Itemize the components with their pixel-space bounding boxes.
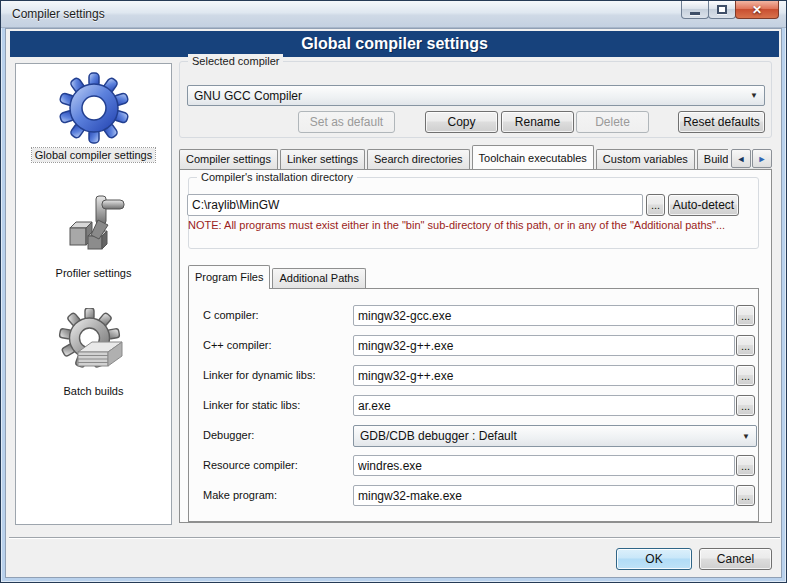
arrow-right-icon: ► <box>758 154 767 164</box>
tab-custom-variables[interactable]: Custom variables <box>596 149 695 169</box>
installation-note: NOTE: All programs must exist either in … <box>188 219 725 231</box>
selected-compiler-value: GNU GCC Compiler <box>194 89 746 103</box>
chevron-down-icon: ▼ <box>742 432 750 441</box>
debugger-dropdown[interactable]: GDB/CDB debugger : Default ▼ <box>353 425 757 447</box>
subtab-additional-paths[interactable]: Additional Paths <box>272 268 366 288</box>
sidebar-item-label: Batch builds <box>61 384 127 398</box>
installation-directory-legend: Compiler's installation directory <box>197 170 357 184</box>
close-button[interactable]: ✕ <box>735 1 779 19</box>
cpp-compiler-browse-button[interactable]: ... <box>736 335 755 356</box>
c-compiler-input[interactable] <box>353 305 735 326</box>
cpp-compiler-input[interactable] <box>353 335 735 356</box>
program-subtabstrip: Program Files Additional Paths <box>188 264 368 288</box>
dynamic-linker-browse-button[interactable]: ... <box>736 365 755 386</box>
sidebar-item-label: Global compiler settings <box>32 148 155 162</box>
gear-blue-icon <box>56 70 132 146</box>
footer-separator <box>9 537 780 539</box>
resource-compiler-label: Resource compiler: <box>203 459 298 471</box>
copy-button[interactable]: Copy <box>425 111 498 133</box>
debugger-value: GDB/CDB debugger : Default <box>360 429 738 443</box>
static-linker-label: Linker for static libs: <box>203 399 300 411</box>
cpp-compiler-label: C++ compiler: <box>203 339 271 351</box>
maximize-icon <box>717 5 727 14</box>
resource-compiler-row: Resource compiler: ... <box>189 455 758 477</box>
subtab-program-files[interactable]: Program Files <box>188 265 270 289</box>
debugger-row: Debugger: GDB/CDB debugger : Default ▼ <box>189 425 758 447</box>
debugger-label: Debugger: <box>203 429 254 441</box>
minimize-icon <box>690 12 700 15</box>
profiler-icon <box>56 188 132 264</box>
dynamic-linker-label: Linker for dynamic libs: <box>203 369 316 381</box>
tab-scroll-right-button[interactable]: ► <box>752 149 772 168</box>
window-title: Compiler settings <box>12 7 105 21</box>
sidebar-item-label: Profiler settings <box>53 266 135 280</box>
window-controls: ✕ <box>682 1 779 19</box>
static-linker-row: Linker for static libs: ... <box>189 395 758 417</box>
reset-defaults-button[interactable]: Reset defaults <box>678 111 765 133</box>
browse-directory-button[interactable]: ... <box>646 194 665 216</box>
ok-button[interactable]: OK <box>616 548 692 570</box>
dynamic-linker-input[interactable] <box>353 365 735 386</box>
set-as-default-button[interactable]: Set as default <box>298 111 395 133</box>
close-icon: ✕ <box>752 4 762 16</box>
minimize-button[interactable] <box>681 1 709 19</box>
installation-directory-input[interactable] <box>187 194 643 216</box>
auto-detect-button[interactable]: Auto-detect <box>668 194 739 216</box>
main-tabstrip: Compiler settings Linker settings Search… <box>179 144 772 169</box>
tab-linker-settings[interactable]: Linker settings <box>280 149 365 169</box>
dynamic-linker-row: Linker for dynamic libs: ... <box>189 365 758 387</box>
make-program-row: Make program: ... <box>189 485 758 507</box>
batch-builds-icon <box>56 306 132 382</box>
tab-toolchain-executables[interactable]: Toolchain executables <box>472 145 594 169</box>
cancel-button[interactable]: Cancel <box>699 548 772 570</box>
delete-button[interactable]: Delete <box>576 111 649 133</box>
static-linker-input[interactable] <box>353 395 735 416</box>
program-files-panel: C compiler: ... C++ compiler: ... Linker… <box>188 288 759 522</box>
c-compiler-browse-button[interactable]: ... <box>736 305 755 326</box>
chevron-down-icon: ▼ <box>750 91 758 100</box>
c-compiler-row: C compiler: ... <box>189 305 758 327</box>
c-compiler-label: C compiler: <box>203 309 259 321</box>
rename-button[interactable]: Rename <box>501 111 574 133</box>
resource-compiler-browse-button[interactable]: ... <box>736 455 755 476</box>
settings-category-sidebar: Global compiler settings <box>15 63 172 525</box>
maximize-button[interactable] <box>708 1 736 19</box>
arrow-left-icon: ◄ <box>737 154 746 164</box>
selected-compiler-legend: Selected compiler <box>188 54 283 68</box>
toolchain-executables-panel: Compiler's installation directory ... Au… <box>179 169 772 523</box>
page-title: Global compiler settings <box>10 31 779 57</box>
sidebar-item-batch-builds[interactable]: Batch builds <box>16 306 171 398</box>
dialog-client-area: Global compiler settings <box>5 28 782 578</box>
titlebar[interactable]: Compiler settings ✕ <box>1 1 786 28</box>
compiler-settings-window: Compiler settings ✕ Global compiler sett… <box>0 0 787 583</box>
selected-compiler-dropdown[interactable]: GNU GCC Compiler ▼ <box>187 85 765 106</box>
sidebar-item-profiler-settings[interactable]: Profiler settings <box>16 188 171 280</box>
sidebar-item-global-compiler-settings[interactable]: Global compiler settings <box>16 70 171 162</box>
tab-search-directories[interactable]: Search directories <box>367 149 470 169</box>
resource-compiler-input[interactable] <box>353 455 735 476</box>
tab-scroll-buttons: ◄ ► <box>728 149 772 168</box>
tab-scroll-left-button[interactable]: ◄ <box>731 149 751 168</box>
cpp-compiler-row: C++ compiler: ... <box>189 335 758 357</box>
make-program-label: Make program: <box>203 489 277 501</box>
make-program-browse-button[interactable]: ... <box>736 485 755 506</box>
tab-compiler-settings[interactable]: Compiler settings <box>179 149 278 169</box>
static-linker-browse-button[interactable]: ... <box>736 395 755 416</box>
make-program-input[interactable] <box>353 485 735 506</box>
